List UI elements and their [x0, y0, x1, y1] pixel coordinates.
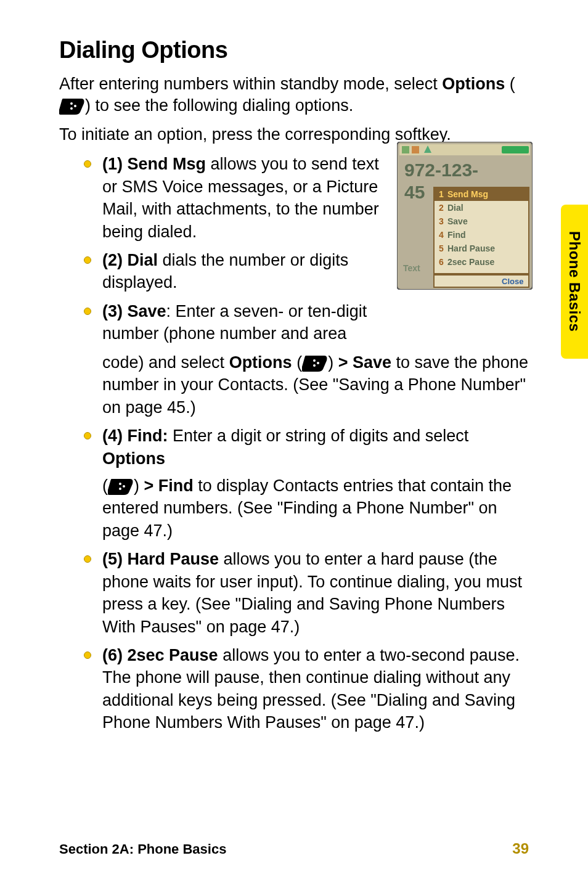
softkey-icon [59, 97, 85, 115]
list-item-4: (4) Find: Enter a digit or string of dig… [84, 425, 529, 542]
i3c-options: Options [229, 353, 292, 372]
intro1-text-a: After entering numbers within standby mo… [59, 75, 442, 93]
item-3-title: (3) Save [102, 302, 166, 321]
list-item-6: (6) 2sec Pause allows you to enter a two… [84, 644, 529, 734]
options-list-2: (4) Find: Enter a digit or string of dig… [59, 425, 529, 734]
i3c-save: > Save [338, 353, 391, 372]
side-tab-label: Phone Basics [566, 231, 583, 332]
svg-point-17 [119, 488, 121, 490]
intro1-text-c: ( [510, 75, 515, 93]
item-4-continuation: ( ) > Find to display Contacts entries t… [102, 475, 529, 542]
softkey-icon [302, 354, 328, 372]
item-1-title: (1) Send Msg [102, 155, 206, 173]
svg-point-15 [119, 483, 121, 485]
i4c-b: ) [134, 476, 144, 495]
svg-point-14 [313, 364, 316, 367]
footer-page-number: 39 [512, 840, 529, 857]
svg-point-12 [313, 359, 316, 362]
footer-section-title: Section 2A: Phone Basics [59, 841, 226, 857]
options-list: (1) Send Msg allows you to send text or … [59, 153, 529, 345]
svg-point-2 [70, 107, 73, 110]
svg-point-13 [317, 362, 319, 364]
list-item-2: (2) Dial dials the number or digits disp… [84, 249, 529, 294]
list-item-5: (5) Hard Pause allows you to enter a har… [84, 548, 529, 638]
intro1-options-word: Options [442, 75, 505, 93]
item-6-title: (6) 2sec Pause [102, 646, 218, 664]
svg-rect-5 [402, 146, 409, 153]
item-4-b: Enter a digit or string of digits and se… [168, 427, 468, 445]
svg-point-1 [74, 105, 76, 107]
i3c-a: code) and select [102, 353, 229, 372]
svg-rect-6 [412, 146, 419, 153]
item-5-title: (5) Hard Pause [102, 550, 219, 568]
side-tab: Phone Basics [561, 205, 588, 359]
softkey-icon [108, 478, 134, 495]
item-4-options: Options [102, 449, 165, 468]
svg-rect-8 [502, 146, 529, 153]
page: Dialing Options After entering numbers w… [0, 0, 588, 882]
heading-dialing-options: Dialing Options [59, 37, 529, 63]
i4c-a: ( [102, 476, 108, 495]
list-item-1: (1) Send Msg allows you to send text or … [84, 153, 529, 243]
i4c-find: > Find [144, 476, 194, 495]
item-2-title: (2) Dial [102, 251, 158, 269]
page-footer: Section 2A: Phone Basics 39 [59, 840, 529, 857]
intro-paragraph-1: After entering numbers within standby mo… [59, 73, 529, 116]
i3c-d: ) [328, 353, 338, 372]
item-4-title: (4) Find: [102, 427, 168, 445]
svg-point-0 [70, 102, 73, 105]
item-3-continuation: code) and select Options ( ) > Save to s… [102, 351, 529, 419]
svg-point-16 [123, 485, 125, 488]
list-item-3: (3) Save: Enter a seven- or ten-digit nu… [84, 300, 529, 345]
intro1-text-d: ) to see the following dialing options. [85, 96, 353, 115]
i3c-c: ( [292, 353, 303, 372]
